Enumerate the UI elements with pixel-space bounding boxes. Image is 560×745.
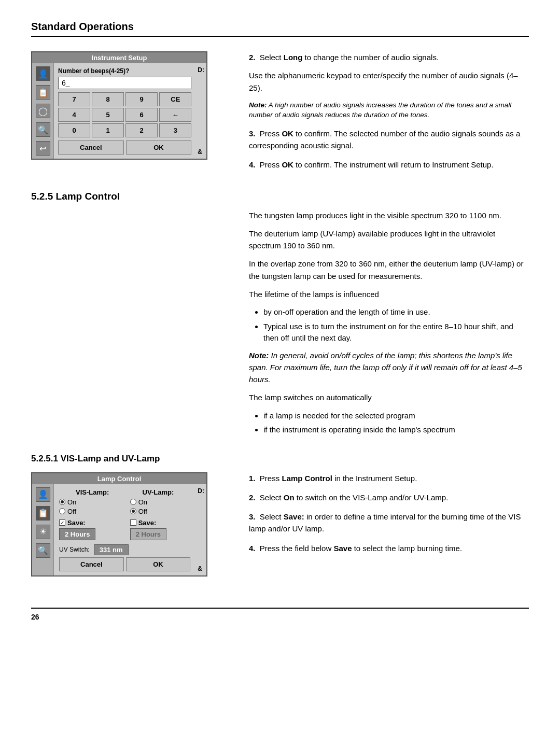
sidebar-icon-circle[interactable]: ◯ <box>36 104 50 118</box>
vis-step-2-bold: On <box>284 493 295 502</box>
key-ce[interactable]: CE <box>159 92 191 106</box>
lamp-bullet-2-2: if the instrument is operating inside th… <box>263 424 529 436</box>
lamp-sidebar-icon-sun[interactable]: ☀ <box>36 525 50 539</box>
lamp-right-col: The tungsten lamp produces light in the … <box>249 209 529 441</box>
step-4: 4. Press OK to confirm. The instrument w… <box>249 159 529 171</box>
dialog-right-labels: D: & <box>195 63 206 159</box>
vis-step-4: 4. Press the field below Save to select … <box>249 542 529 554</box>
vis-hours-button[interactable]: 2 Hours <box>59 528 95 540</box>
uv-save-checkbox[interactable] <box>130 519 136 526</box>
step-3: 3. Press OK to confirm. The selected num… <box>249 128 529 152</box>
lamp-ok-button[interactable]: OK <box>126 557 191 571</box>
page-header: Standard Operations <box>31 21 529 37</box>
step-2: 2. Select Long to change the number of a… <box>249 51 529 120</box>
lamp-right-labels: D: & <box>195 484 206 575</box>
vis-uv-heading: 5.2.5.1 VIS-Lamp and UV-Lamp <box>31 454 529 464</box>
dialog-title-bar: Instrument Setup <box>32 52 206 63</box>
vis-col: On Off <box>59 498 120 517</box>
lamp-auto-switch: The lamp switches on automatically <box>249 391 529 403</box>
uv-save-col: Save: 2 Hours <box>130 519 191 542</box>
uv-save-row: Save: <box>130 519 191 527</box>
lamp-para-1: The tungsten lamp produces light in the … <box>249 209 529 221</box>
uv-off-row: Off <box>130 508 191 515</box>
key-0[interactable]: 0 <box>58 123 90 137</box>
lamp-bullet-2-1: if a lamp is needed for the selected pro… <box>263 410 529 422</box>
dialog-footer: Cancel OK <box>58 140 191 154</box>
uv-switch-row: UV Switch: 331 nm <box>59 544 190 555</box>
lamp-cols-header: VIS-Lamp: UV-Lamp: <box>59 488 190 496</box>
vis-step-2: 2. Select On to switch on the VIS-Lamp a… <box>249 491 529 503</box>
sidebar-icon-back[interactable]: ↩ <box>36 141 50 156</box>
step-2-italic: Note: A high number of audio signals inc… <box>249 100 529 120</box>
lamp-right-label-amp: & <box>198 565 204 572</box>
lamp-save-rows: Save: 2 Hours Save: 2 Hours <box>59 519 190 542</box>
key-backspace[interactable]: ← <box>159 108 191 122</box>
lamp-cancel-button[interactable]: Cancel <box>59 557 124 571</box>
keypad-display[interactable]: 6_ <box>58 77 191 89</box>
key-2[interactable]: 2 <box>125 123 158 137</box>
vis-step-2-text: 2. Select On to switch on the VIS-Lamp a… <box>249 491 529 503</box>
lamp-dialog-title-text: Lamp Control <box>97 475 142 483</box>
vis-off-radio[interactable] <box>59 508 65 514</box>
cancel-button[interactable]: Cancel <box>58 140 124 154</box>
vis-step-1-num: 1. <box>249 474 256 483</box>
lamp-dialog-inner: 👤 📋 ☀ 🔍 VIS-Lamp: UV-Lamp: <box>32 484 206 575</box>
step-3-num: 3. <box>249 129 256 138</box>
lamp-dialog-footer: Cancel OK <box>59 557 190 571</box>
key-4[interactable]: 4 <box>58 108 90 122</box>
uv-on-label: On <box>138 498 147 506</box>
step-3-bold: OK <box>282 129 293 138</box>
lamp-dialog-content: VIS-Lamp: UV-Lamp: On <box>54 484 195 575</box>
lamp-control-dialog: Lamp Control 👤 📋 ☀ 🔍 VIS-Lamp: <box>31 472 207 577</box>
vis-uv-section: 5.2.5.1 VIS-Lamp and UV-Lamp Lamp Contro… <box>31 454 529 587</box>
dialog-content: Number of beeps(4-25)? 6_ 7 8 9 CE 4 5 6… <box>54 63 195 159</box>
lamp-bullet-1-2: Typical use is to turn the instrument on… <box>263 321 529 344</box>
page-number: 26 <box>31 613 39 621</box>
vis-on-row: On <box>59 498 120 506</box>
vis-on-radio[interactable] <box>59 499 65 505</box>
vis-step-1-bold: Lamp Control <box>282 474 332 483</box>
vis-step-3-num: 3. <box>249 512 256 521</box>
dialog-inner: 👤 📋 ◯ 🔍 ↩ Number of beeps(4-25)? 6_ 7 8 … <box>32 63 206 159</box>
number-of-beeps-dialog: Instrument Setup 👤 📋 ◯ 🔍 ↩ Number of bee… <box>31 51 207 160</box>
key-5[interactable]: 5 <box>92 108 124 122</box>
key-6[interactable]: 6 <box>125 108 158 122</box>
uv-save-label: Save: <box>138 519 157 527</box>
key-7[interactable]: 7 <box>58 92 90 106</box>
key-3[interactable]: 3 <box>159 123 191 137</box>
key-8[interactable]: 8 <box>92 92 124 106</box>
lamp-para-2: The deuterium lamp (UV-lamp) available p… <box>249 228 529 252</box>
sidebar-icon-book[interactable]: 📋 <box>36 85 50 100</box>
key-1[interactable]: 1 <box>92 123 124 137</box>
uv-off-radio[interactable] <box>130 508 136 514</box>
vis-save-col: Save: 2 Hours <box>59 519 120 542</box>
vis-step-3-text: 3. Select Save: in order to define a tim… <box>249 511 529 535</box>
lamp-para-4: The lifetime of the lamps is influenced <box>249 288 529 300</box>
vis-step-2-num: 2. <box>249 493 256 502</box>
dialog-title-text: Instrument Setup <box>92 54 147 62</box>
uv-on-radio[interactable] <box>130 499 136 505</box>
dialog-sidebar: 👤 📋 ◯ 🔍 ↩ <box>32 63 54 159</box>
top-right-col: 2. Select Long to change the number of a… <box>249 51 529 178</box>
lamp-control-section: 5.2.5 Lamp Control The tungsten lamp pro… <box>31 191 529 441</box>
uv-switch-label: UV Switch: <box>59 546 90 553</box>
sidebar-icon-search[interactable]: 🔍 <box>36 122 50 137</box>
vis-save-checkbox[interactable] <box>59 519 65 526</box>
uv-switch-value[interactable]: 331 nm <box>94 544 129 555</box>
lamp-sidebar-icon-book[interactable]: 📋 <box>36 506 50 521</box>
vis-step-4-num: 4. <box>249 544 256 553</box>
lamp-sidebar-icon-person[interactable]: 👤 <box>36 487 50 502</box>
uv-col: On Off <box>130 498 191 517</box>
sidebar-icon-person[interactable]: 👤 <box>36 66 50 81</box>
lamp-dialog-title-bar: Lamp Control <box>32 473 206 484</box>
ok-button[interactable]: OK <box>126 140 192 154</box>
step-2-note: Use the alphanumeric keypad to enter/spe… <box>249 69 529 94</box>
key-9[interactable]: 9 <box>125 92 158 106</box>
lamp-sidebar-icon-search[interactable]: 🔍 <box>36 543 50 558</box>
vis-step-4-text: 4. Press the field below Save to select … <box>249 542 529 554</box>
lamp-left-col <box>31 209 228 441</box>
vis-lamp-label: VIS-Lamp: <box>76 488 109 496</box>
lamp-italic-note: Note: In general, avoid on/off cycles of… <box>249 349 529 386</box>
top-section: Instrument Setup 👤 📋 ◯ 🔍 ↩ Number of bee… <box>31 51 529 178</box>
uv-hours-button[interactable]: 2 Hours <box>130 528 166 540</box>
